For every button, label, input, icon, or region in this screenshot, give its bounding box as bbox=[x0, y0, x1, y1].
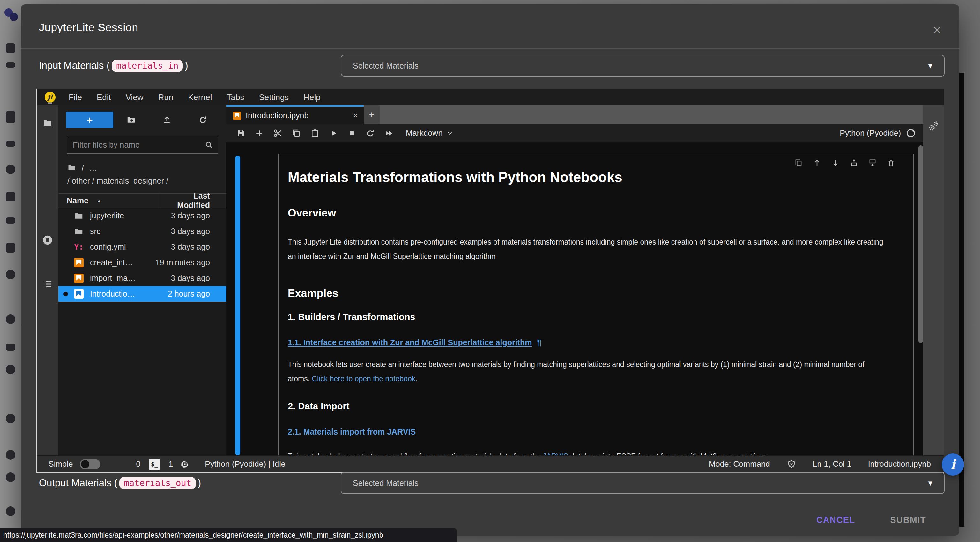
property-inspector-gear-icon[interactable] bbox=[927, 120, 940, 133]
background-sidebar-icon bbox=[6, 344, 15, 351]
section11-paragraph: This notebook lets user create an interf… bbox=[288, 357, 885, 386]
overview-paragraph: This Jupyter Lite distribution contains … bbox=[288, 235, 885, 264]
notebook-scroll-area[interactable]: Materials Transformations with Python No… bbox=[226, 142, 923, 455]
home-folder-icon[interactable] bbox=[67, 165, 76, 173]
restart-kernel-icon[interactable] bbox=[361, 127, 380, 139]
tab-introduction-ipynb[interactable]: Introduction.ipynb × bbox=[226, 105, 364, 124]
background-sidebar-icon bbox=[6, 165, 15, 174]
superlattice-notebook-link[interactable]: 1.1. Interface creation with Zur and McG… bbox=[288, 338, 532, 347]
sort-by-modified-header[interactable]: Last Modified bbox=[160, 191, 226, 210]
dialog-close-icon[interactable]: × bbox=[929, 22, 945, 38]
file-row[interactable]: jupyterlite 3 days ago bbox=[58, 208, 226, 223]
chevron-down-icon: ▼ bbox=[927, 479, 934, 488]
active-file-name[interactable]: Introduction.ipynb bbox=[868, 460, 931, 469]
background-sidebar-icon bbox=[6, 141, 15, 147]
kernel-running-dot bbox=[64, 292, 68, 296]
new-launcher-button[interactable]: + bbox=[66, 112, 113, 128]
copy-icon[interactable] bbox=[287, 127, 305, 139]
breadcrumb-ellipsis[interactable]: … bbox=[89, 163, 98, 172]
tab-close-icon[interactable]: × bbox=[353, 111, 358, 120]
cell-type-dropdown[interactable]: Markdown bbox=[406, 128, 453, 138]
background-sidebar-icon bbox=[6, 314, 15, 324]
menu-run[interactable]: Run bbox=[151, 92, 181, 102]
cpu-chip-icon[interactable] bbox=[180, 460, 189, 469]
file-row[interactable]: create_int… 19 minutes ago bbox=[58, 255, 226, 270]
dock-panel: Introduction.ipynb × + Mar bbox=[226, 105, 923, 455]
breadcrumb-path[interactable]: / other / materials_designer / bbox=[67, 176, 169, 185]
submit-button[interactable]: SUBMIT bbox=[888, 512, 928, 528]
markdown-cell[interactable]: Materials Transformations with Python No… bbox=[278, 154, 914, 455]
file-row[interactable]: import_ma… 3 days ago bbox=[58, 270, 226, 286]
cell-toolbar bbox=[794, 158, 896, 167]
menu-kernel[interactable]: Kernel bbox=[181, 92, 219, 102]
info-button[interactable]: i bbox=[942, 453, 964, 476]
notebook-scrollbar-thumb[interactable] bbox=[918, 146, 923, 343]
run-icon[interactable] bbox=[324, 127, 343, 139]
jarvis-link[interactable]: JARVIS bbox=[542, 452, 568, 455]
menu-edit[interactable]: Edit bbox=[89, 92, 118, 102]
stop-icon[interactable] bbox=[343, 127, 361, 139]
chevron-down-icon bbox=[446, 130, 453, 137]
cut-icon[interactable] bbox=[269, 127, 287, 139]
input-materials-label: Input Materials (materials_in) bbox=[39, 55, 188, 76]
section21-heading: 2.1. Materials import from JARVIS bbox=[288, 427, 885, 436]
file-row[interactable]: Y: config.yml 3 days ago bbox=[58, 239, 226, 255]
background-sidebar-icon bbox=[6, 450, 15, 460]
cancel-button[interactable]: CANCEL bbox=[815, 512, 857, 528]
table-of-contents-tab-icon[interactable] bbox=[41, 278, 54, 290]
dialog-title: JupyterLite Session bbox=[39, 21, 138, 34]
new-folder-icon[interactable] bbox=[113, 115, 149, 125]
menu-settings[interactable]: Settings bbox=[251, 92, 296, 102]
jarvis-notebook-link[interactable]: 2.1. Materials import from JARVIS bbox=[288, 427, 416, 436]
file-row-selected[interactable]: Introductio… 2 hours ago bbox=[58, 286, 226, 302]
move-cell-up-icon[interactable] bbox=[813, 158, 821, 167]
notebook-file-icon bbox=[74, 274, 84, 283]
cursor-position[interactable]: Ln 1, Col 1 bbox=[813, 460, 851, 469]
insert-cell-above-icon[interactable] bbox=[850, 158, 859, 167]
menu-help[interactable]: Help bbox=[296, 92, 328, 102]
sort-by-name-header[interactable]: Name▲ bbox=[58, 193, 160, 208]
restart-run-all-icon[interactable] bbox=[380, 127, 398, 139]
new-tab-button[interactable]: + bbox=[364, 105, 380, 124]
folder-icon bbox=[74, 211, 84, 220]
browser-link-preview: https://jupyterlite.mat3ra.com/files/api… bbox=[0, 528, 457, 542]
anchor-pilcrow[interactable]: ¶ bbox=[537, 338, 541, 347]
open-notebook-link[interactable]: Click here to open the notebook bbox=[312, 375, 415, 383]
file-browser-panel: + bbox=[58, 105, 226, 455]
delete-cell-icon[interactable] bbox=[886, 158, 896, 167]
menu-tabs[interactable]: Tabs bbox=[219, 92, 251, 102]
insert-cell-below-icon[interactable] bbox=[868, 158, 877, 167]
kernel-status-icon[interactable] bbox=[907, 129, 915, 138]
move-cell-down-icon[interactable] bbox=[831, 158, 840, 167]
background-sidebar-icon bbox=[6, 365, 15, 374]
trust-shield-icon[interactable] bbox=[787, 460, 796, 469]
command-mode-indicator[interactable]: Mode: Command bbox=[709, 460, 770, 469]
file-filter-input[interactable] bbox=[72, 140, 205, 150]
terminal-icon[interactable]: $_ bbox=[149, 459, 160, 470]
insert-cell-icon[interactable] bbox=[250, 127, 269, 139]
notebook-file-icon bbox=[74, 258, 84, 268]
simple-mode-toggle[interactable] bbox=[80, 459, 100, 469]
output-materials-select[interactable]: Selected Materials ▼ bbox=[341, 472, 945, 494]
duplicate-cell-icon[interactable] bbox=[794, 158, 803, 167]
cell-collapser-bar[interactable] bbox=[235, 155, 240, 455]
background-sidebar-icon bbox=[6, 472, 15, 482]
input-materials-select[interactable]: Selected Materials ▼ bbox=[341, 55, 945, 76]
paste-icon[interactable] bbox=[305, 127, 324, 139]
menu-view[interactable]: View bbox=[118, 92, 151, 102]
kernels-count[interactable]: 1 bbox=[169, 460, 173, 469]
background-sidebar-icon bbox=[6, 192, 15, 201]
notebook-file-icon bbox=[233, 112, 241, 120]
terminals-count[interactable]: 0 bbox=[136, 460, 140, 469]
yaml-file-icon: Y: bbox=[74, 242, 84, 252]
kernel-status-text[interactable]: Python (Pyodide) | Idle bbox=[205, 460, 285, 469]
file-browser-tab-icon[interactable] bbox=[41, 117, 54, 129]
breadcrumb[interactable]: / … / other / materials_designer / bbox=[58, 154, 226, 187]
background-sidebar-icon bbox=[6, 506, 15, 516]
running-sessions-tab-icon[interactable] bbox=[41, 234, 54, 246]
menu-file[interactable]: File bbox=[61, 92, 89, 102]
save-icon[interactable] bbox=[232, 127, 250, 139]
upload-icon[interactable] bbox=[149, 115, 185, 125]
refresh-icon[interactable] bbox=[185, 115, 221, 125]
file-row[interactable]: src 3 days ago bbox=[58, 223, 226, 239]
